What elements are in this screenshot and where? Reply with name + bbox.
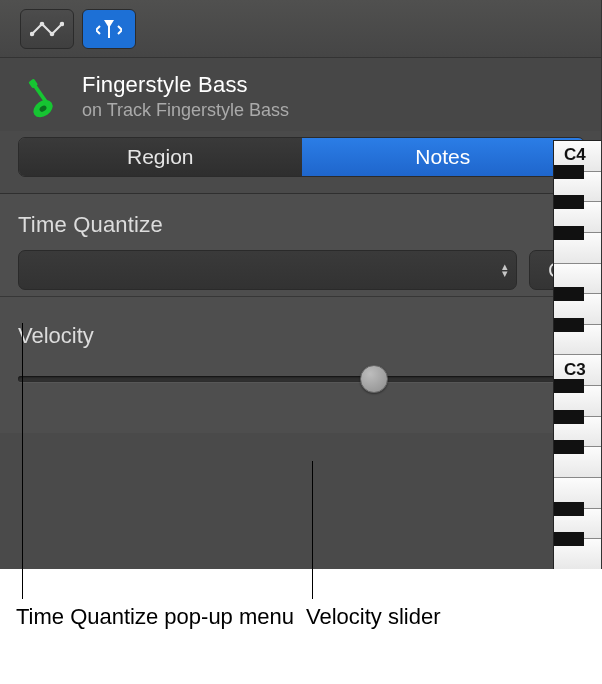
region-subtitle: on Track Fingerstyle Bass: [82, 100, 289, 121]
callout-line: [22, 323, 23, 599]
annotations: Time Quantize pop-up menu Velocity slide…: [0, 569, 602, 684]
octave-label: C4: [564, 145, 586, 165]
callout-line: [312, 461, 313, 599]
toolbar: [0, 0, 601, 58]
quantize-section: Time Quantize ▴▾ Q: [0, 194, 601, 296]
automation-tool-button[interactable]: [20, 9, 74, 49]
piano-black-key[interactable]: [554, 195, 584, 209]
piano-black-key[interactable]: [554, 287, 584, 301]
region-title: Fingerstyle Bass: [82, 72, 289, 98]
octave-label: C3: [564, 360, 586, 380]
slider-thumb[interactable]: [360, 365, 388, 393]
velocity-slider[interactable]: [18, 365, 583, 393]
inspector-panel: Fingerstyle Bass on Track Fingerstyle Ba…: [0, 0, 602, 569]
bass-guitar-icon: [20, 73, 68, 121]
tab-region[interactable]: Region: [19, 138, 302, 176]
track-header: Fingerstyle Bass on Track Fingerstyle Ba…: [0, 58, 601, 131]
piano-black-key[interactable]: [554, 502, 584, 516]
callout-quantize: Time Quantize pop-up menu: [16, 603, 294, 631]
velocity-label: Velocity: [18, 323, 94, 349]
automation-icon: [30, 20, 64, 38]
piano-ruler[interactable]: C4C3: [553, 140, 601, 569]
slider-track: [18, 376, 583, 382]
callout-velocity: Velocity slider: [306, 603, 441, 631]
velocity-section: Velocity 80: [0, 296, 601, 433]
piano-black-key[interactable]: [554, 410, 584, 424]
piano-black-key[interactable]: [554, 318, 584, 332]
quantize-label: Time Quantize: [18, 212, 583, 238]
piano-black-key[interactable]: [554, 165, 584, 179]
piano-black-key[interactable]: [554, 440, 584, 454]
stepper-icon: ▴▾: [502, 263, 508, 277]
time-quantize-popup[interactable]: ▴▾: [18, 250, 517, 290]
inspector-mode-tabs: Region Notes: [18, 137, 585, 177]
piano-black-key[interactable]: [554, 532, 584, 546]
piano-black-key[interactable]: [554, 379, 584, 393]
tab-notes[interactable]: Notes: [302, 138, 585, 176]
catch-playhead-button[interactable]: [82, 9, 136, 49]
catch-playhead-icon: [96, 18, 122, 40]
svg-point-2: [50, 31, 55, 36]
svg-point-1: [40, 21, 45, 26]
piano-black-key[interactable]: [554, 226, 584, 240]
